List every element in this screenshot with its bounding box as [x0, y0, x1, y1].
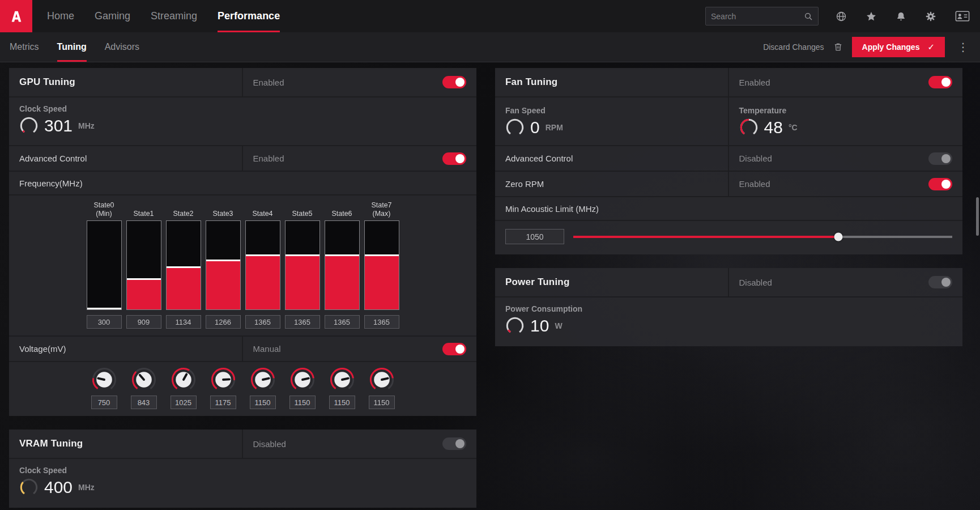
voltage-toggle[interactable]	[442, 343, 466, 355]
voltage-knob-column: 750	[86, 367, 123, 409]
advanced-control-label: Advanced Control	[19, 154, 87, 163]
subnav-item-tuning[interactable]: Tuning	[57, 32, 87, 62]
subnav-item-advisors[interactable]: Advisors	[105, 32, 139, 62]
frequency-bar[interactable]	[87, 220, 122, 310]
voltage-knob[interactable]	[329, 367, 355, 393]
topnav-item-gaming[interactable]: Gaming	[95, 0, 130, 32]
acoustic-value-box[interactable]: 1050	[505, 229, 564, 244]
topnav-item-home[interactable]: Home	[47, 0, 74, 32]
frequency-value-box[interactable]: 1365	[245, 315, 280, 329]
voltage-knob[interactable]	[210, 367, 236, 393]
fan-advanced-label: Advanced Control	[505, 154, 573, 163]
frequency-value-box[interactable]: 300	[87, 315, 122, 329]
advanced-control-toggle[interactable]	[442, 152, 466, 165]
frequency-bar[interactable]	[126, 220, 161, 310]
voltage-knob-column: 1025	[165, 367, 202, 409]
vram-clock-value: 400	[44, 478, 73, 497]
apply-changes-label: Apply Changes	[862, 42, 920, 52]
frequency-bar[interactable]	[285, 220, 320, 310]
frequency-bar[interactable]	[325, 220, 360, 310]
state-label: State0(Min)	[86, 200, 123, 218]
frequency-value-box[interactable]: 1134	[166, 315, 201, 329]
acoustic-slider[interactable]	[573, 236, 952, 238]
clock-speed-label: Clock Speed	[19, 104, 466, 113]
power-gauge-icon	[505, 316, 525, 335]
voltage-title: Voltage(mV)	[19, 344, 66, 354]
fan-speed-block: Fan Speed 0 RPM	[495, 97, 729, 145]
apply-changes-button[interactable]: Apply Changes ✓	[852, 37, 945, 57]
frequency-value-box[interactable]: 1365	[364, 315, 399, 329]
radeon-logo-icon	[8, 8, 25, 25]
state-label: State7(Max)	[363, 200, 400, 218]
vram-tuning-toggle[interactable]	[442, 437, 466, 450]
search-icon[interactable]	[804, 12, 813, 21]
search-input[interactable]	[711, 12, 804, 21]
voltage-knob[interactable]	[369, 367, 395, 393]
subnav-item-metrics[interactable]: Metrics	[10, 32, 39, 62]
gpu-tuning-toggle[interactable]	[442, 76, 466, 88]
star-icon[interactable]	[866, 11, 877, 22]
frequency-state-state5: State51365	[284, 200, 321, 329]
frequency-bar[interactable]	[364, 220, 399, 310]
frequency-chart: State0(Min)300State1909State21134State31…	[9, 196, 476, 337]
voltage-knob-column: 1150	[284, 367, 321, 409]
gpu-advanced-control-row: Advanced Control Enabled	[9, 146, 476, 172]
frequency-state-state6: State61365	[323, 200, 361, 329]
voltage-value-box[interactable]: 1150	[250, 396, 276, 409]
performance-tabs: MetricsTuningAdvisors	[10, 32, 139, 62]
gear-icon[interactable]	[925, 11, 936, 22]
topnav-item-streaming[interactable]: Streaming	[151, 0, 197, 32]
vram-tuning-panel: VRAM Tuning Disabled Clock Speed 400 MHz	[9, 430, 476, 508]
vram-clock-gauge-icon	[19, 478, 39, 497]
voltage-knobs-row: 750 843 1025 1175 1150	[9, 362, 476, 416]
frequency-value-box[interactable]: 1365	[325, 315, 360, 329]
temperature-gauge-icon	[739, 118, 759, 137]
voltage-knob[interactable]	[131, 367, 157, 393]
check-icon: ✓	[927, 42, 935, 52]
radeon-logo[interactable]	[0, 0, 32, 32]
trash-icon[interactable]	[833, 42, 843, 52]
topnav-item-performance[interactable]: Performance	[218, 0, 280, 32]
power-tuning-toggle[interactable]	[928, 276, 952, 288]
fan-advanced-toggle[interactable]	[928, 152, 952, 165]
voltage-value-box[interactable]: 1150	[289, 396, 316, 409]
power-tuning-title: Power Tuning	[505, 277, 570, 288]
voltage-knob[interactable]	[250, 367, 276, 393]
bell-icon[interactable]	[896, 11, 906, 22]
frequency-value-box[interactable]: 909	[126, 315, 161, 329]
temperature-block: Temperature 48 °C	[729, 97, 963, 145]
acoustic-slider-handle[interactable]	[834, 232, 843, 241]
voltage-value-box[interactable]: 843	[131, 396, 157, 409]
frequency-value-box[interactable]: 1266	[206, 315, 241, 329]
voltage-status: Manual	[253, 344, 281, 354]
voltage-value-box[interactable]: 1175	[210, 396, 236, 409]
globe-icon[interactable]	[836, 11, 847, 22]
voltage-knob-column: 1175	[204, 367, 242, 409]
voltage-value-box[interactable]: 1150	[329, 396, 355, 409]
scrollbar-thumb[interactable]	[976, 197, 979, 236]
voltage-knob[interactable]	[171, 367, 197, 393]
account-icon[interactable]	[955, 10, 970, 22]
frequency-state-state0: State0(Min)300	[86, 200, 123, 329]
discard-changes-button[interactable]: Discard Changes	[763, 42, 824, 52]
fan-tuning-toggle[interactable]	[928, 76, 952, 88]
zero-rpm-toggle[interactable]	[928, 178, 952, 190]
frequency-bar[interactable]	[166, 220, 201, 310]
state-label: State2	[165, 200, 202, 218]
voltage-value-box[interactable]: 1150	[369, 396, 395, 409]
search-box[interactable]	[705, 7, 819, 26]
frequency-bar[interactable]	[206, 220, 241, 310]
more-options-button[interactable]: ⋮	[954, 41, 972, 53]
power-tuning-panel: Power Tuning Disabled Power Consumption …	[495, 268, 962, 346]
voltage-value-box[interactable]: 750	[91, 396, 117, 409]
frequency-bar[interactable]	[245, 220, 280, 310]
min-acoustic-label: Min Acoustic Limit (MHz)	[505, 204, 599, 214]
voltage-knob[interactable]	[91, 367, 117, 393]
voltage-knob[interactable]	[289, 367, 316, 393]
gpu-tuning-header: GPU Tuning Enabled	[9, 68, 476, 97]
voltage-knob-column: 1150	[363, 367, 400, 409]
frequency-value-box[interactable]: 1365	[285, 315, 320, 329]
state-label: State1	[125, 200, 163, 218]
state-label: State5	[284, 200, 321, 218]
voltage-value-box[interactable]: 1025	[171, 396, 197, 409]
